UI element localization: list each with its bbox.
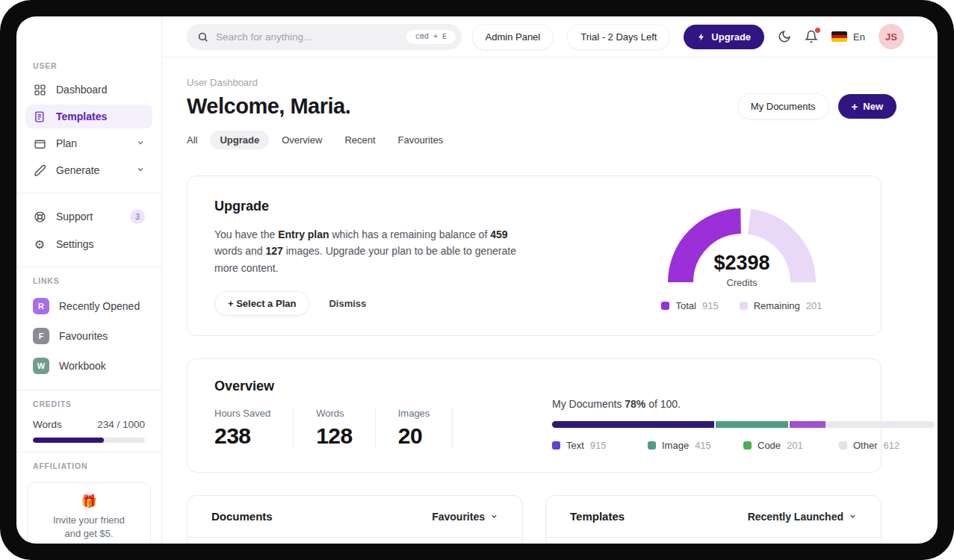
sidebar-section-user: USER [33,61,161,70]
select-plan-button[interactable]: + Select a Plan [214,291,309,316]
dark-mode-toggle[interactable] [778,30,791,43]
upgrade-card: Upgrade You have the Entry plan which ha… [187,175,882,336]
legend-text: Text 915 [552,440,648,451]
filter-tabs: All Upgrade Overview Recent Favourites [187,134,896,146]
templates-icon [33,110,46,123]
sidebar-link-workbook[interactable]: W Workbook [25,352,152,379]
letter-badge-w: W [33,358,49,374]
templates-card-title: Templates [570,510,625,523]
sidebar-item-support[interactable]: Support 3 [25,204,152,229]
documents-progress-caption: My Documents 78% of 100. [552,398,935,410]
sidebar: USER Dashboard Templates Plan [16,16,162,544]
upgrade-button[interactable]: Upgrade [684,25,764,49]
sidebar-item-dashboard[interactable]: Dashboard [25,78,152,102]
german-flag-icon [831,31,847,42]
sidebar-item-label: Settings [56,238,94,250]
legend-total-swatch [661,302,669,310]
sidebar-link-label: Favourites [59,330,108,342]
sidebar-section-credits: CREDITS [33,399,161,408]
gear-icon: ⚙ [33,237,46,251]
admin-panel-button[interactable]: Admin Panel [472,24,554,50]
stat-images: Images 20 [398,408,453,449]
templates-filter-dropdown[interactable]: Recently Launched [748,511,857,523]
upgrade-card-title: Upgrade [214,199,528,214]
bottom-lists: Documents Favourites Untitled Document i… [187,495,896,544]
documents-card: Documents Favourites Untitled Document i… [187,495,523,544]
bolt-icon [697,32,706,42]
letter-badge-r: R [33,298,49,314]
chevron-down-icon [136,137,145,149]
tab-recent[interactable]: Recent [344,134,375,146]
sidebar-item-plan[interactable]: Plan [25,131,152,155]
chevron-down-icon [849,512,857,520]
sidebar-item-generate[interactable]: Generate [25,158,152,182]
language-label: En [853,31,865,43]
tab-overview[interactable]: Overview [282,134,322,146]
tab-upgrade[interactable]: Upgrade [210,131,269,149]
gauge-value: $2398 [713,252,769,275]
sidebar-section-affiliation: AFFILIATION [33,461,161,470]
trial-badge[interactable]: Trial - 2 Days Left [567,24,670,50]
sidebar-item-label: Support [56,211,93,223]
tab-favourites[interactable]: Favourites [398,134,444,146]
my-documents-button[interactable]: My Documents [737,93,829,119]
credits-value: 234 / 1000 [97,419,145,430]
search-shortcut-kbd: cmd + E [406,30,456,44]
sidebar-link-label: Recently Opened [59,300,140,312]
sidebar-divider [16,267,161,267]
sidebar-item-label: Plan [56,137,77,149]
sidebar-item-settings[interactable]: ⚙ Settings [25,232,152,256]
bar-segment-text [552,421,716,428]
bar-segment-image [716,421,790,428]
tab-all[interactable]: All [187,134,197,146]
notifications-bell[interactable] [805,30,818,43]
support-badge: 3 [130,209,145,224]
sidebar-divider [16,193,161,193]
gift-icon: 🎁 [35,494,143,509]
documents-filter-dropdown[interactable]: Favourites [432,511,498,523]
stacked-progress-bar [552,421,935,428]
sidebar-divider [16,452,161,452]
affiliation-card: 🎁 Invite your friend and get $5. Invite [27,482,151,544]
lifebuoy-icon [33,210,46,223]
gauge-subtitle: Credits [726,277,757,288]
overview-card-title: Overview [214,379,536,394]
sidebar-link-recently-opened[interactable]: R Recently Opened [25,293,152,320]
stacked-bar-legend: Text 915 Image 415 Code 201 [552,440,935,451]
stat-hours-saved: Hours Saved 238 [214,408,294,449]
sidebar-item-templates[interactable]: Templates [25,105,152,128]
overview-stats: Hours Saved 238 Words 128 Images 20 [214,408,536,449]
user-avatar[interactable]: JS [879,24,904,49]
search-icon [197,31,208,43]
search-bar[interactable]: cmd + E [187,24,462,50]
documents-progress: My Documents 78% of 100. Text 915 [536,379,935,451]
pencil-icon [33,164,46,177]
upgrade-card-text: You have the Entry plan which has a rema… [214,226,528,276]
documents-card-title: Documents [211,510,273,523]
app-window: USER Dashboard Templates Plan [16,16,938,544]
sidebar-link-favourites[interactable]: F Favourites [25,323,152,349]
language-switcher[interactable]: En [831,31,865,43]
template-row[interactable]: Blog Post Title in Workbook [546,538,881,544]
legend-image: Image 415 [648,440,743,451]
new-button[interactable]: + New [838,94,897,119]
breadcrumb: User Dashboard [187,77,896,88]
legend-remaining: Remaining 201 [740,300,823,311]
device-frame: USER Dashboard Templates Plan [0,0,954,560]
credits-progress-fill [33,438,104,443]
legend-total: Total 915 [661,300,718,311]
sidebar-link-label: Workbook [59,360,106,372]
search-input[interactable] [216,31,399,43]
credits-block: Words 234 / 1000 [16,414,161,443]
main-area: cmd + E Admin Panel Trial - 2 Days Left … [162,16,938,544]
plus-icon: + [852,101,858,112]
grid-icon [33,83,46,96]
overview-card: Overview Hours Saved 238 Words 128 Image… [187,358,882,473]
bar-segment-code [790,421,826,428]
dismiss-button[interactable]: Dismiss [329,298,366,309]
sidebar-divider [16,390,161,391]
document-row[interactable]: Untitled Document in Workbook [188,538,522,544]
affiliation-text-line1: Invite your friend [53,514,125,526]
chevron-down-icon [136,164,145,176]
chevron-down-icon [490,512,498,520]
